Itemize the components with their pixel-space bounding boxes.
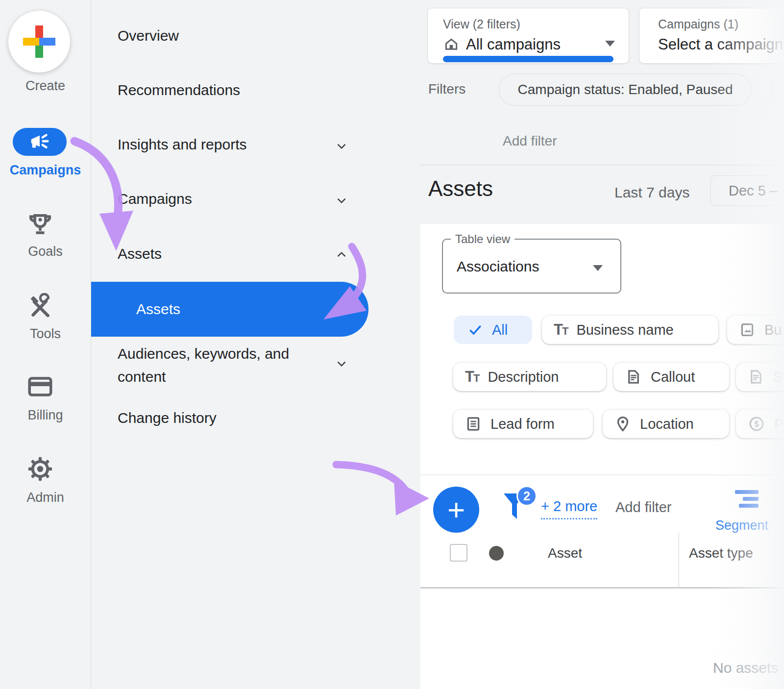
header-divider — [419, 165, 784, 166]
chip-label: All — [492, 322, 508, 338]
chevron-up-icon[interactable] — [334, 247, 349, 262]
date-range-button[interactable]: Dec 5 – — [710, 175, 784, 206]
campaign-status-filter-chip[interactable]: Campaign status: Enabled, Paused — [499, 74, 752, 106]
chip-label: Business name — [576, 322, 673, 338]
view-selector-value: All campaigns — [466, 36, 561, 53]
table-view-label: Table view — [451, 232, 514, 246]
nav-item-insights-and-reports[interactable]: Insights and reports — [118, 136, 246, 153]
sidebar-divider — [91, 0, 91, 689]
megaphone-icon — [28, 132, 51, 152]
date-range-label[interactable]: Last 7 days — [614, 184, 689, 201]
chip-label: Description — [488, 369, 559, 385]
credit-card-icon[interactable] — [26, 372, 54, 401]
document-icon — [748, 369, 764, 385]
asset-type-chip-location[interactable]: Location — [603, 410, 729, 438]
toolbar-divider — [420, 474, 784, 475]
table-header-border — [420, 587, 784, 589]
icon-sidebar: Create Campaigns Goals Tools Billing — [0, 0, 91, 689]
nav-item-overview[interactable]: Overview — [118, 27, 179, 44]
text-icon: TT — [554, 321, 567, 339]
segment-button-label[interactable]: Segment — [715, 518, 768, 533]
asset-type-chip-business-name[interactable]: TT Business name — [542, 316, 718, 344]
filter-chip-partial[interactable] — [770, 74, 784, 106]
nav-item-assets-parent[interactable]: Assets — [118, 246, 162, 262]
filter-count-badge: 2 — [516, 486, 537, 506]
chip-label: Bu — [764, 322, 782, 338]
column-header-asset[interactable]: Asset — [548, 545, 582, 561]
page-title: Assets — [428, 176, 493, 201]
sidebar-label-billing[interactable]: Billing — [0, 408, 91, 423]
check-icon — [467, 322, 483, 338]
nav-item-audiences-keywords-content[interactable]: Audiences, keywords, and content — [118, 342, 328, 388]
nav-item-change-history[interactable]: Change history — [118, 410, 217, 426]
view-selector-label: View (2 filters) — [443, 17, 520, 31]
add-filter-link[interactable]: Add filter — [503, 133, 557, 149]
chevron-down-icon[interactable] — [334, 357, 349, 371]
chip-label: Callout — [651, 369, 695, 385]
table-view-value: Associations — [457, 258, 539, 275]
sidebar-label-campaigns[interactable]: Campaigns — [0, 163, 91, 178]
chip-label: Lead form — [490, 416, 555, 432]
text-icon: TT — [465, 368, 479, 386]
status-dot-column-icon — [489, 546, 504, 561]
segment-icon[interactable] — [735, 490, 759, 511]
sidebar-label-goals[interactable]: Goals — [0, 244, 91, 259]
sidebar-label-tools[interactable]: Tools — [0, 326, 91, 342]
sidebar-item-campaigns[interactable] — [13, 128, 67, 156]
view-selector[interactable]: View (2 filters) All campaigns — [427, 8, 629, 64]
asset-type-chip-business-logo-partial[interactable]: Bu — [727, 316, 784, 344]
home-icon — [443, 37, 459, 52]
assets-table-panel: Table view Associations All TT Business … — [420, 224, 784, 689]
nav-item-recommendations[interactable]: Recommendations — [118, 82, 240, 98]
google-plus-icon — [23, 25, 55, 58]
nav-item-campaigns[interactable]: Campaigns — [118, 191, 192, 207]
asset-type-chip-all[interactable]: All — [454, 316, 532, 344]
nav-item-assets-selected[interactable]: Assets — [91, 282, 368, 337]
create-button[interactable] — [8, 11, 70, 73]
asset-type-chip-price-partial[interactable]: $ P — [736, 410, 784, 438]
empty-table-message: No assets — [713, 660, 778, 676]
campaign-selector-label: Campaigns (1) — [658, 17, 738, 31]
filters-label: Filters — [428, 81, 466, 97]
tools-icon[interactable] — [26, 293, 54, 321]
caret-down-icon — [605, 41, 615, 47]
svg-text:$: $ — [754, 419, 759, 428]
image-icon — [739, 321, 756, 338]
caret-down-icon — [593, 265, 603, 271]
view-selector-active-indicator — [443, 56, 613, 62]
location-pin-icon — [614, 416, 631, 432]
form-icon — [465, 416, 482, 432]
select-all-checkbox[interactable] — [450, 544, 467, 562]
add-asset-button[interactable]: + — [433, 487, 479, 533]
chevron-down-icon[interactable] — [334, 194, 349, 208]
filter-count: 2 — [523, 489, 530, 503]
trophy-icon[interactable] — [26, 211, 54, 239]
chip-label: S — [773, 369, 783, 385]
nav-item-assets-selected-label: Assets — [136, 301, 180, 318]
arrow-to-add-asset-button — [336, 465, 405, 489]
asset-type-chip-lead-form[interactable]: Lead form — [453, 410, 593, 438]
more-filters-link[interactable]: + 2 more — [541, 498, 597, 519]
asset-type-chip-sitelink-partial[interactable]: S — [736, 363, 784, 391]
asset-type-chip-description[interactable]: TT Description — [453, 363, 606, 391]
column-divider — [678, 533, 679, 588]
campaign-selector[interactable]: Campaigns (1) Select a campaign — [639, 8, 784, 64]
chip-label: P — [774, 416, 784, 432]
gear-icon[interactable] — [26, 455, 54, 483]
campaign-selector-value: Select a campaign — [658, 36, 783, 53]
toolbar-add-filter[interactable]: Add filter — [615, 499, 671, 516]
date-range-value: Dec 5 – — [729, 183, 778, 199]
table-view-select[interactable]: Table view Associations — [442, 239, 621, 294]
sidebar-label-admin[interactable]: Admin — [0, 490, 91, 505]
google-ads-assets-page: { "colors": { "accent_blue": "#1a73e8", … — [0, 0, 784, 689]
asset-type-chip-callout[interactable]: Callout — [613, 363, 729, 391]
price-icon: $ — [748, 415, 765, 433]
column-header-asset-type[interactable]: Asset type — [689, 545, 753, 561]
chip-label: Location — [640, 416, 694, 432]
chevron-down-icon[interactable] — [334, 139, 349, 154]
create-label: Create — [0, 78, 91, 94]
document-icon — [625, 369, 642, 385]
